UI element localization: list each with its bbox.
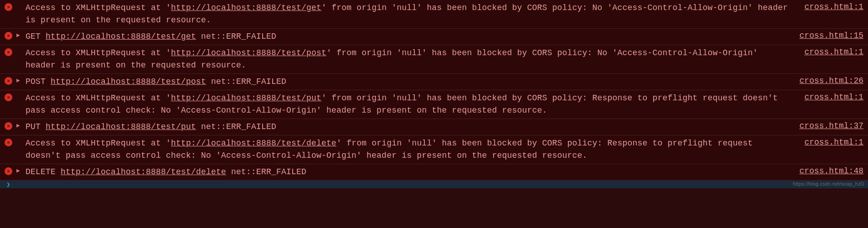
- error-icon: ✕: [5, 3, 12, 11]
- error-icon: ✕: [5, 48, 12, 56]
- request-url-link[interactable]: http://localhost:8888/test/get: [46, 32, 196, 41]
- console-row[interactable]: ✕▶DELETE http://localhost:8888/test/dele…: [0, 164, 868, 180]
- http-method: PUT: [26, 122, 46, 131]
- origin-value: null: [397, 3, 417, 12]
- source-location-link[interactable]: cross.html:48: [790, 166, 863, 176]
- http-method: POST: [26, 77, 51, 86]
- message-segment: ' from origin ': [321, 93, 397, 103]
- icon-column: ✕: [5, 47, 16, 56]
- request-url-link[interactable]: http://localhost:8888/test/post: [51, 77, 206, 86]
- console-row[interactable]: ✕Access to XMLHttpRequest at 'http://loc…: [0, 90, 868, 119]
- console-row[interactable]: ✕▶GET http://localhost:8888/test/get net…: [0, 28, 868, 45]
- message-text: Access to XMLHttpRequest at 'http://loca…: [26, 2, 795, 26]
- error-icon: ✕: [5, 167, 12, 175]
- icon-column: ✕: [5, 92, 16, 101]
- icon-column: ✕: [5, 137, 16, 146]
- origin-value: null: [402, 48, 422, 57]
- origin-value: null: [397, 93, 417, 103]
- error-icon: ✕: [5, 122, 12, 130]
- disclosure-triangle-icon: [16, 2, 26, 3]
- disclosure-triangle-icon[interactable]: ▶: [16, 76, 26, 84]
- console-error-list: ✕Access to XMLHttpRequest at 'http://loc…: [0, 0, 868, 180]
- net-error-suffix: net::ERR_FAILED: [196, 32, 276, 41]
- source-location-link[interactable]: cross.html:1: [795, 2, 863, 11]
- message-text: POST http://localhost:8888/test/post net…: [26, 76, 790, 88]
- message-text: Access to XMLHttpRequest at 'http://loca…: [26, 137, 795, 162]
- error-icon: ✕: [5, 77, 12, 85]
- disclosure-triangle-icon: [16, 92, 26, 93]
- icon-column: ✕: [5, 76, 16, 85]
- disclosure-triangle-icon[interactable]: ▶: [16, 166, 26, 174]
- prompt-caret-icon: ❯: [6, 181, 10, 188]
- net-error-suffix: net::ERR_FAILED: [196, 122, 276, 131]
- message-text: PUT http://localhost:8888/test/put net::…: [26, 121, 790, 133]
- net-error-suffix: net::ERR_FAILED: [206, 77, 286, 86]
- disclosure-triangle-icon: [16, 47, 26, 48]
- message-segment: Access to XMLHttpRequest at ': [26, 48, 171, 57]
- console-row[interactable]: ✕▶PUT http://localhost:8888/test/put net…: [0, 119, 868, 135]
- source-location-link[interactable]: cross.html:26: [790, 76, 863, 85]
- request-url-link[interactable]: http://localhost:8888/test/delete: [61, 167, 226, 176]
- disclosure-triangle-icon: [16, 137, 26, 138]
- message-segment: ' from origin ': [326, 48, 402, 57]
- source-location-link[interactable]: cross.html:1: [795, 47, 863, 57]
- message-text: Access to XMLHttpRequest at 'http://loca…: [26, 92, 795, 117]
- http-method: GET: [26, 32, 46, 41]
- request-url-link[interactable]: http://localhost:8888/test/put: [46, 122, 196, 131]
- source-location-link[interactable]: cross.html:15: [790, 31, 863, 40]
- source-location-link[interactable]: cross.html:37: [790, 121, 863, 130]
- icon-column: ✕: [5, 166, 16, 175]
- source-location-link[interactable]: cross.html:1: [795, 92, 863, 102]
- icon-column: ✕: [5, 2, 16, 11]
- request-url-link[interactable]: http://localhost:8888/test/get: [171, 3, 321, 12]
- icon-column: ✕: [5, 31, 16, 40]
- error-icon: ✕: [5, 139, 12, 146]
- message-segment: Access to XMLHttpRequest at ': [26, 93, 171, 103]
- net-error-suffix: net::ERR_FAILED: [226, 167, 306, 176]
- http-method: DELETE: [26, 167, 61, 176]
- icon-column: ✕: [5, 121, 16, 130]
- message-segment: ' from origin ': [321, 3, 397, 12]
- request-url-link[interactable]: http://localhost:8888/test/delete: [171, 139, 336, 148]
- origin-value: null: [412, 139, 432, 148]
- message-segment: Access to XMLHttpRequest at ': [26, 3, 171, 12]
- console-row[interactable]: ✕Access to XMLHttpRequest at 'http://loc…: [0, 135, 868, 164]
- message-segment: Access to XMLHttpRequest at ': [26, 139, 171, 148]
- console-row[interactable]: ✕Access to XMLHttpRequest at 'http://loc…: [0, 0, 868, 28]
- disclosure-triangle-icon[interactable]: ▶: [16, 121, 26, 129]
- source-location-link[interactable]: cross.html:1: [795, 137, 863, 147]
- request-url-link[interactable]: http://localhost:8888/test/put: [171, 93, 321, 103]
- console-prompt-strip[interactable]: ❯ https://blog.csdn.net/soap_hzD: [0, 180, 868, 188]
- message-segment: ' from origin ': [336, 139, 412, 148]
- watermark-text: https://blog.csdn.net/soap_hzD: [793, 181, 864, 187]
- message-text: DELETE http://localhost:8888/test/delete…: [26, 166, 790, 178]
- error-icon: ✕: [5, 32, 12, 40]
- request-url-link[interactable]: http://localhost:8888/test/post: [171, 48, 326, 57]
- disclosure-triangle-icon[interactable]: ▶: [16, 31, 26, 39]
- message-text: Access to XMLHttpRequest at 'http://loca…: [26, 47, 795, 72]
- console-row[interactable]: ✕▶POST http://localhost:8888/test/post n…: [0, 73, 868, 90]
- console-row[interactable]: ✕Access to XMLHttpRequest at 'http://loc…: [0, 45, 868, 73]
- message-text: GET http://localhost:8888/test/get net::…: [26, 31, 790, 43]
- error-icon: ✕: [5, 93, 12, 101]
